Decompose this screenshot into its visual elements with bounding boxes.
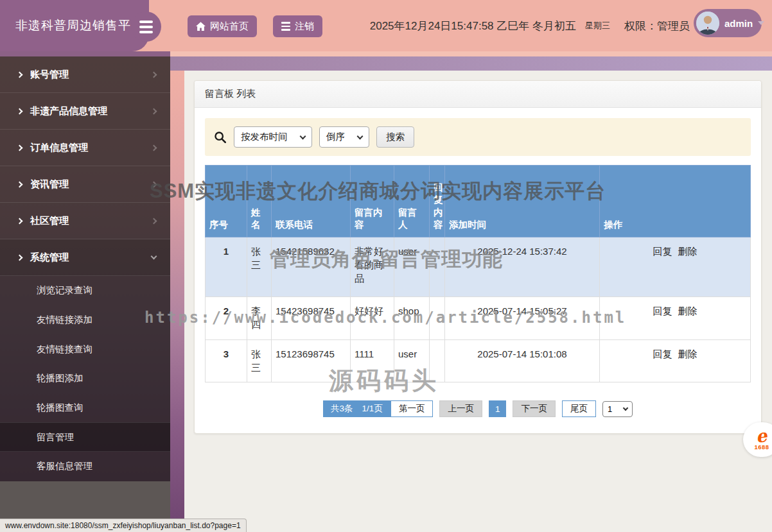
- next-page-button[interactable]: 下一页: [513, 400, 556, 417]
- search-icon: [214, 131, 227, 144]
- chevron-right-icon: [151, 108, 157, 114]
- chevron-down-icon: [758, 21, 764, 25]
- sidebar-nav: 账号管理 非遗产品信息管理 订单信息管理 资讯管理 社区管理 系统管理 浏览记录…: [0, 56, 170, 481]
- chevron-down-icon: [623, 405, 628, 410]
- chevron-right-icon: [17, 254, 23, 261]
- chevron-right-icon: [17, 108, 23, 114]
- col-header-content: 留言内容: [351, 166, 394, 237]
- alibaba-1688-badge[interactable]: e 1688: [743, 422, 772, 457]
- logout-button[interactable]: 注销: [273, 15, 322, 37]
- page-number-select[interactable]: 1: [602, 401, 633, 417]
- submenu-item-customer-service[interactable]: 客服信息管理: [0, 452, 170, 481]
- message-table: 序号 姓名 联系电话 留言内容 留言人 回复内容 添加时间 操作 1: [205, 165, 751, 382]
- table-header-row: 序号 姓名 联系电话 留言内容 留言人 回复内容 添加时间 操作: [206, 166, 751, 237]
- chevron-right-icon: [151, 181, 157, 187]
- pagination: 共3条 1/1页 第一页 上一页 1 下一页 尾页 1: [205, 400, 751, 417]
- reply-link[interactable]: 回复: [653, 246, 672, 257]
- first-page-button[interactable]: 第一页: [390, 400, 434, 417]
- search-button[interactable]: 搜索: [376, 126, 414, 148]
- username-label: admin: [724, 18, 753, 29]
- submenu-item-friendlink-add[interactable]: 友情链接添加: [0, 305, 170, 335]
- delete-link[interactable]: 删除: [678, 305, 697, 316]
- app-title: 非遗科普周边销售平台: [15, 17, 144, 34]
- col-header-reply: 回复内容: [430, 166, 445, 237]
- chevron-right-icon: [17, 71, 23, 78]
- system-submenu: 浏览记录查询 友情链接添加 友情链接查询 轮播图添加 轮播图查询 留言管理 客服…: [0, 276, 170, 481]
- sort-order-select[interactable]: 倒序: [319, 126, 369, 148]
- current-page-button[interactable]: 1: [489, 400, 507, 417]
- message-board-panel: 留言板 列表 按发布时间 倒序 搜索: [194, 80, 762, 434]
- sidebar-footer: [0, 481, 170, 519]
- chevron-right-icon: [151, 71, 157, 78]
- sidebar-toggle-button[interactable]: [131, 12, 161, 42]
- hamburger-icon: [139, 21, 153, 23]
- col-header-name: 姓名: [247, 166, 272, 237]
- sort-field-select[interactable]: 按发布时间: [234, 126, 312, 148]
- submenu-item-messages[interactable]: 留言管理: [0, 422, 170, 452]
- avatar: [696, 12, 719, 35]
- chevron-right-icon: [151, 144, 157, 151]
- col-header-poster: 留言人: [394, 166, 430, 237]
- last-page-button[interactable]: 尾页: [562, 400, 596, 417]
- brand-block: 非遗科普周边销售平台: [0, 0, 149, 51]
- top-header: 非遗科普周边销售平台 网站首页 注销 2025年12月24日15:47:58 乙…: [0, 0, 772, 51]
- col-header-phone: 联系电话: [272, 166, 351, 237]
- delete-link[interactable]: 删除: [678, 348, 697, 359]
- panel-body: 按发布时间 倒序 搜索 序号 姓名 联系电话: [195, 108, 761, 427]
- table-row: 2 李四 15423698745 好好好 shop 2025-07-14 15:…: [206, 297, 751, 340]
- page-summary: 共3条 1/1页: [323, 400, 390, 417]
- submenu-item-browse-history[interactable]: 浏览记录查询: [0, 276, 170, 305]
- reply-link[interactable]: 回复: [653, 305, 672, 316]
- sidebar-item-news[interactable]: 资讯管理: [0, 166, 170, 203]
- col-header-no: 序号: [206, 166, 247, 237]
- submenu-item-friendlink-query[interactable]: 友情链接查询: [0, 334, 170, 364]
- chevron-down-icon: [357, 133, 364, 139]
- weekday-text: 星期三: [585, 20, 610, 31]
- chevron-down-icon: [300, 133, 306, 139]
- sidebar-item-products[interactable]: 非遗产品信息管理: [0, 93, 170, 130]
- chevron-right-icon: [17, 218, 23, 224]
- header-pink-band: [170, 51, 772, 56]
- reply-link[interactable]: 回复: [653, 348, 672, 359]
- header-lavender-band: [170, 56, 772, 71]
- user-menu[interactable]: admin: [694, 9, 762, 37]
- home-icon: [196, 22, 206, 31]
- table-row: 3 张三 15123698745 1111 user 2025-07-14 15…: [206, 340, 751, 382]
- main-area: 留言板 列表 按发布时间 倒序 搜索: [170, 51, 772, 532]
- permission-text: 权限：管理员: [624, 19, 690, 33]
- delete-link[interactable]: 删除: [678, 246, 697, 257]
- header-status: 2025年12月24日15:47:58 乙巳年 冬月初五 星期三 权限：管理员: [370, 0, 690, 51]
- submenu-item-carousel-query[interactable]: 轮播图查询: [0, 393, 170, 423]
- sidebar-item-orders[interactable]: 订单信息管理: [0, 130, 170, 166]
- col-header-actions: 操作: [600, 166, 751, 237]
- chevron-down-icon: [151, 253, 157, 259]
- prev-page-button[interactable]: 上一页: [439, 400, 482, 417]
- table-row: 1 张三 15421589632 非常好看的商品 user 2025-12-24…: [206, 237, 751, 297]
- search-bar: 按发布时间 倒序 搜索: [205, 118, 751, 156]
- list-icon: [281, 22, 290, 31]
- sidebar-item-account[interactable]: 账号管理: [0, 56, 170, 93]
- content-area: 留言板 列表 按发布时间 倒序 搜索: [184, 71, 772, 532]
- chevron-right-icon: [151, 218, 157, 224]
- sidebar-top-strip: [0, 51, 170, 56]
- link-status-tooltip: www.envdown.site:18080/ssm_zxfeiyishop/l…: [0, 519, 247, 532]
- panel-title: 留言板 列表: [195, 81, 761, 108]
- chevron-right-icon: [17, 144, 23, 151]
- alibaba-logo-icon: e: [755, 428, 768, 443]
- col-header-time: 添加时间: [445, 166, 600, 237]
- sidebar-item-community[interactable]: 社区管理: [0, 203, 170, 239]
- chevron-right-icon: [17, 181, 23, 187]
- datetime-text: 2025年12月24日15:47:58 乙巳年 冬月初五: [370, 19, 576, 33]
- submenu-item-carousel-add[interactable]: 轮播图添加: [0, 364, 170, 393]
- sidebar-item-system[interactable]: 系统管理: [0, 239, 170, 276]
- home-button[interactable]: 网站首页: [188, 15, 257, 37]
